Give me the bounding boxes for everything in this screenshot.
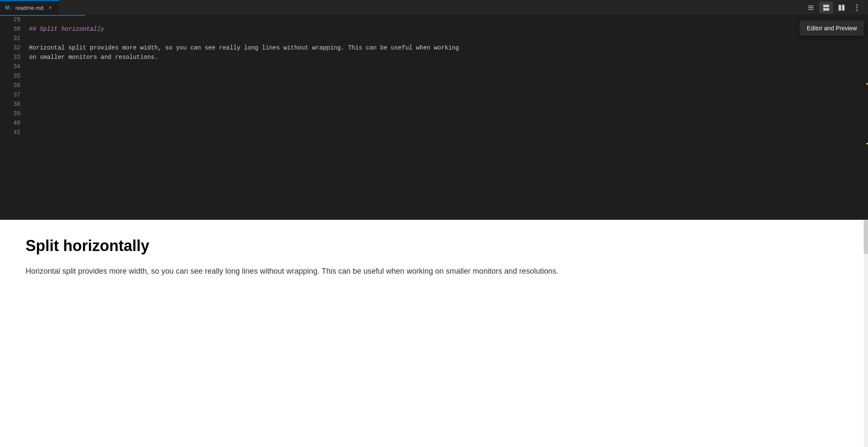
editor-line-36 — [29, 81, 862, 90]
editor-line-38 — [29, 99, 862, 109]
editor-line-33: on smaller monitors and resolutions. — [29, 53, 862, 62]
scroll-marker-2 — [866, 143, 868, 144]
svg-point-7 — [856, 4, 858, 6]
tab-filename: readme.md — [15, 5, 44, 11]
svg-rect-0 — [808, 6, 813, 6]
tooltip-editor-and-preview: Editor and Preview — [800, 20, 864, 36]
split-view-button[interactable] — [819, 2, 833, 14]
svg-rect-6 — [842, 5, 845, 11]
editor-scrollbar[interactable] — [862, 15, 868, 219]
tab-close-button[interactable]: × — [47, 4, 54, 12]
editor-line-31 — [29, 34, 862, 43]
svg-rect-1 — [808, 7, 813, 8]
line-numbers: 29 30 31 32 33 34 35 36 37 38 39 40 41 — [0, 15, 26, 219]
editor-line-34 — [29, 62, 862, 71]
editor-line-30: ## Split horizontally — [29, 24, 862, 34]
preview-paragraph: Horizontal split provides more width, so… — [26, 265, 842, 278]
preview-scrollbar-thumb — [864, 220, 868, 254]
preview-scrollbar[interactable] — [864, 220, 868, 447]
markdown-icon: M↓ — [5, 5, 12, 11]
editor-text-area[interactable]: ## Split horizontally Horizontal split p… — [26, 15, 862, 219]
editor-line-41 — [29, 128, 862, 137]
editor-panel[interactable]: 29 30 31 32 33 34 35 36 37 38 39 40 41 #… — [0, 15, 868, 220]
preview-heading: Split horizontally — [26, 237, 842, 255]
svg-rect-3 — [823, 5, 829, 7]
preview-button[interactable] — [835, 2, 848, 14]
scroll-marker-1 — [866, 83, 868, 85]
svg-point-8 — [856, 7, 858, 8]
tab-bar: M↓ readme.md × — [0, 0, 868, 15]
tab-readme[interactable]: M↓ readme.md × — [0, 0, 59, 15]
toolbar — [804, 0, 864, 15]
editor-line-40 — [29, 118, 862, 128]
svg-rect-5 — [839, 5, 841, 11]
editor-line-32: Horizontal split provides more width, so… — [29, 43, 862, 53]
main-content: 29 30 31 32 33 34 35 36 37 38 39 40 41 #… — [0, 15, 868, 447]
preview-panel: Split horizontally Horizontal split prov… — [0, 220, 868, 447]
svg-point-9 — [856, 9, 858, 11]
editor-line-39 — [29, 109, 862, 118]
editor-line-37 — [29, 90, 862, 99]
svg-rect-4 — [823, 8, 829, 11]
more-options-button[interactable] — [850, 2, 864, 14]
loading-progress-bar — [0, 15, 85, 16]
svg-rect-2 — [808, 9, 813, 10]
editor-line-35 — [29, 71, 862, 81]
editor-line-29 — [29, 15, 862, 24]
list-view-button[interactable] — [804, 2, 818, 14]
